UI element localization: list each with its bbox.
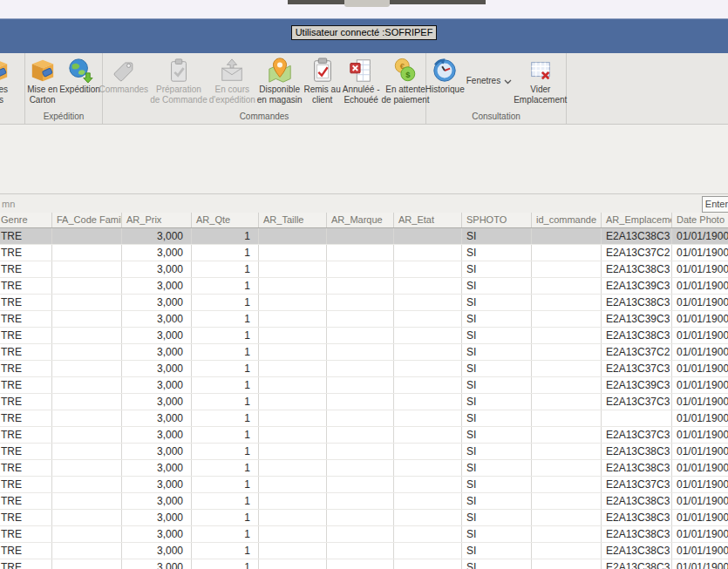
column-header-fa_code_famille[interactable]: FA_Code Famille	[52, 213, 122, 227]
cell-ar_prix: 3,000	[122, 261, 192, 277]
table-row[interactable]: TRE3,0001SIE2A13C38C301/01/1900	[0, 526, 728, 543]
cell-ar_genre: TRE	[0, 245, 52, 261]
cell-id_commande	[532, 526, 602, 542]
cell-ar_emplacement: E2A13C38C3	[602, 261, 672, 277]
cell-ar_etat	[394, 295, 462, 310]
ribbon-button-remis-au-client[interactable]: Remis au client	[303, 53, 341, 105]
cell-id_commande	[532, 361, 602, 376]
column-header-ar_prix[interactable]: AR_Prix	[122, 213, 192, 227]
table-row[interactable]: TRE3,0001SIE2A13C38C301/01/1900	[0, 493, 728, 510]
ribbon-button-fenetres[interactable]: Fenetres	[466, 53, 513, 88]
cell-ar_etat	[394, 559, 462, 569]
table-row[interactable]: TRE3,0001SIE2A13C37C301/01/1900	[0, 427, 728, 444]
cell-ar_prix: 3,000	[122, 543, 192, 559]
table-row[interactable]: TRE3,0001SIE2A13C37C301/01/1900	[0, 394, 728, 410]
table-row[interactable]: TRE3,0001SIE2A13C39C301/01/1900	[0, 278, 728, 295]
table-row[interactable]: TRE3,0001SIE2A13C37C201/01/1900	[0, 245, 728, 261]
column-header-id_commande[interactable]: id_commande	[532, 213, 602, 227]
table-row[interactable]: TRE3,0001SIE2A13C38C301/01/1900	[0, 543, 728, 559]
content-panel	[0, 125, 728, 193]
ribbon-button-label: Commandes	[99, 85, 148, 95]
cell-ar_etat	[394, 460, 462, 476]
column-header-ar_marque[interactable]: AR_Marque	[327, 213, 394, 227]
ribbon-button-en-cours-expedition[interactable]: En cours d'expédition	[208, 53, 256, 105]
group-by-bar-text: mn	[2, 199, 15, 209]
cell-ar_etat	[394, 493, 462, 509]
ribbon-button-commandes[interactable]: Commandes	[98, 53, 149, 95]
cell-fa_code_famille	[52, 444, 122, 459]
cell-sphoto: SI	[462, 278, 532, 294]
ribbon-button-preparation-commande[interactable]: Préparation de Commande	[149, 53, 208, 105]
cell-ar_emplacement: E2A13C37C2	[602, 245, 672, 261]
table-row[interactable]: TRE3,0001SIE2A13C38C301/01/1900	[0, 510, 728, 526]
cell-sphoto: SI	[462, 410, 532, 426]
table-row[interactable]: TRE3,0001SIE2A13C38C301/01/1900	[0, 295, 728, 311]
ribbon-button-annulee-echouee[interactable]: Annuléé - Echouéé	[342, 53, 381, 105]
cell-ar_emplacement: E2A13C38C3	[602, 493, 672, 509]
cell-ar_qte: 1	[192, 295, 259, 310]
cell-ar_prix: 3,000	[122, 394, 192, 410]
cell-ar_prix: 3,000	[122, 278, 192, 294]
cell-date_photo: 01/01/1900	[672, 460, 728, 476]
cell-ar_marque	[327, 543, 394, 559]
ribbon-button-articles-commandes[interactable]: rticles dés	[0, 53, 10, 105]
cell-id_commande	[532, 261, 602, 277]
cell-date_photo: 01/01/1900	[672, 526, 728, 542]
cell-ar_genre: TRE	[0, 510, 52, 525]
cell-ar_marque	[327, 559, 394, 569]
cell-ar_marque	[327, 460, 394, 476]
carton-box-icon	[30, 58, 56, 84]
cell-fa_code_famille	[52, 311, 122, 327]
table-row[interactable]: TRE3,0001SIE2A13C38C301/01/1900	[0, 559, 728, 569]
column-header-ar_genre[interactable]: Genre	[0, 213, 52, 227]
ribbon-button-expedition[interactable]: Expédition	[58, 53, 101, 95]
cell-ar_qte: 1	[192, 559, 259, 569]
table-row[interactable]: TRE3,0001SIE2A13C38C301/01/1900	[0, 328, 728, 344]
column-header-sphoto[interactable]: SPHOTO	[462, 213, 532, 227]
svg-text:$: $	[405, 71, 411, 79]
column-header-ar_qte[interactable]: AR_Qte	[192, 213, 259, 227]
envelope-up-icon	[219, 58, 245, 84]
cell-ar_marque	[327, 361, 394, 376]
table-row[interactable]: TRE3,0001SI01/01/1900	[0, 410, 728, 427]
globe-arrow-icon	[67, 58, 93, 84]
cell-ar_genre: TRE	[0, 410, 52, 426]
cell-ar_prix: 3,000	[122, 510, 192, 525]
data-grid: GenreFA_Code FamilleAR_PrixAR_QteAR_Tail…	[0, 213, 728, 569]
cell-ar_taille	[259, 460, 327, 476]
table-row[interactable]: TRE3,0001SIE2A13C39C301/01/1900	[0, 377, 728, 394]
table-row[interactable]: TRE3,0001SIE2A13C38C301/01/1900	[0, 261, 728, 278]
ribbon-button-disponible-en-magasin[interactable]: Disponible en magasin	[256, 53, 303, 105]
ribbon-button-en-attente-paiement[interactable]: €$ En attente de paiement	[381, 53, 431, 105]
ribbon-group-commandes: Commandes Préparation de Commande En	[103, 53, 426, 124]
cell-id_commande	[532, 477, 602, 492]
table-row[interactable]: TRE3,0001SIE2A13C38C301/01/1900	[0, 444, 728, 460]
column-header-ar_taille[interactable]: AR_Taille	[259, 213, 327, 227]
cell-sphoto: SI	[462, 493, 532, 509]
cell-ar_qte: 1	[192, 460, 259, 476]
table-row[interactable]: TRE3,0001SIE2A13C37C301/01/1900	[0, 361, 728, 377]
cell-ar_emplacement: E2A13C38C3	[602, 526, 672, 542]
table-row[interactable]: TRE3,0001SIE2A13C39C301/01/1900	[0, 311, 728, 328]
cell-ar_qte: 1	[192, 361, 259, 376]
column-header-ar_etat[interactable]: AR_Etat	[394, 213, 462, 227]
ribbon-button-label: rticles dés	[0, 85, 8, 105]
cell-fa_code_famille	[52, 245, 122, 261]
enter-button[interactable]: Enter	[702, 196, 728, 213]
table-row[interactable]: TRE3,0001SIE2A13C37C201/01/1900	[0, 344, 728, 361]
table-row[interactable]: TRE3,0001SIE2A13C37C301/01/1900	[0, 477, 728, 493]
ribbon-button-vider-emplacement[interactable]: Vider Emplacement	[513, 53, 568, 105]
table-cancel-icon	[348, 58, 374, 84]
cell-ar_taille	[259, 361, 327, 376]
table-row[interactable]: TRE3,0001SIE2A13C38C301/01/1900	[0, 460, 728, 477]
cell-ar_prix: 3,000	[122, 444, 192, 459]
ribbon-button-historique[interactable]: Historique	[425, 53, 466, 95]
cell-ar_emplacement: E2A13C37C3	[602, 361, 672, 376]
cell-sphoto: SI	[462, 427, 532, 443]
ribbon-group-consultation: Historique Fenetres Vider Emplacement	[426, 53, 567, 124]
cell-id_commande	[532, 394, 602, 410]
table-row[interactable]: TRE3,0001SIE2A13C38C301/01/1900	[0, 228, 728, 245]
column-header-date_photo[interactable]: Date Photo	[672, 213, 728, 227]
ribbon-button-mise-en-carton[interactable]: Mise en Carton	[26, 53, 58, 105]
column-header-ar_emplacement[interactable]: AR_Emplacement	[602, 213, 672, 227]
